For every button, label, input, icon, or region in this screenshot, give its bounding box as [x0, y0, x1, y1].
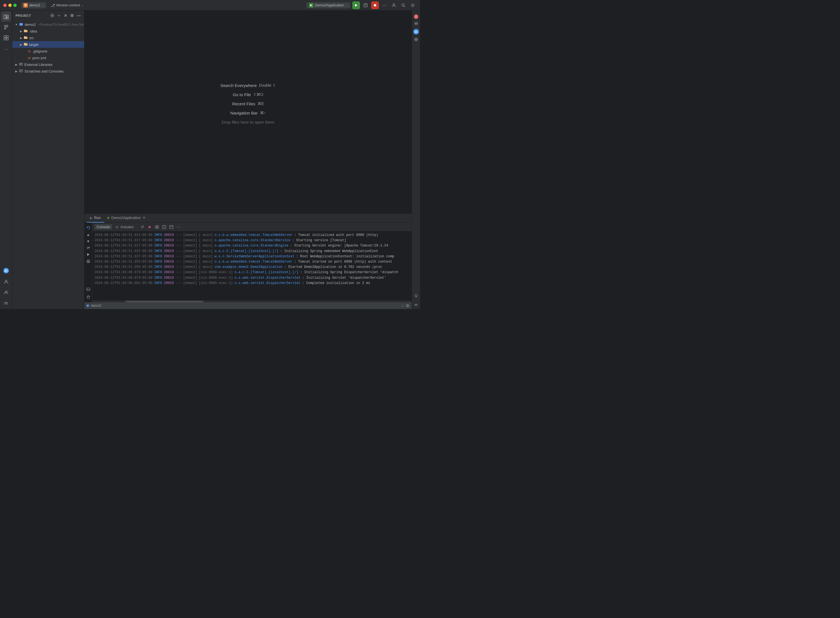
panel-tool-print[interactable] — [85, 258, 91, 264]
log-dashes: --- — [175, 275, 182, 281]
console-btn-split[interactable] — [161, 224, 167, 230]
project-name: demo2 — [29, 3, 40, 7]
activity-item-ai2[interactable] — [1, 287, 11, 297]
tree-item-target[interactable]: ▶ target — [12, 41, 84, 48]
activity-item-project[interactable] — [1, 12, 11, 22]
console-output[interactable]: 2024-06-12T01:03:51.812-05:00 INFO 29019… — [92, 232, 412, 300]
close-button[interactable] — [3, 4, 7, 7]
activity-item-vcs[interactable] — [1, 22, 11, 32]
log-class: o.a.c.C.[Tomcat].[localhost].[/] — [214, 249, 278, 254]
panel-tool-run-exec[interactable] — [85, 251, 91, 258]
tree-item-src[interactable]: ▶ src — [12, 34, 84, 41]
console-toolbar: ↺ ■ — [140, 224, 182, 230]
activity-item-structure[interactable] — [1, 33, 11, 43]
panel-tool-trash[interactable] — [85, 294, 91, 300]
svg-point-12 — [4, 28, 6, 30]
right-bar-marker[interactable]: m — [413, 301, 420, 308]
profile-button[interactable] — [390, 1, 398, 9]
sidebar-action-settings[interactable]: ⚙ — [69, 12, 75, 19]
stop-button[interactable] — [371, 1, 379, 9]
tree-item-root[interactable]: ▼ demo2 ~/Desktop/CS/JavaEE/5 Java Sprin… — [12, 21, 84, 28]
right-bar-ai-assist[interactable] — [413, 292, 420, 299]
log-pid: 29019 — [164, 254, 174, 259]
settings-button[interactable] — [409, 1, 417, 9]
svg-rect-9 — [6, 15, 8, 17]
panel-tabs: ▶ Run ▶ Demo2Application ✕ — [85, 214, 412, 223]
panel-tool-up[interactable]: ▲ — [85, 232, 91, 238]
log-message: : Initializing Spring embedded WebApplic… — [280, 249, 378, 254]
log-message: : Started Demo2Application in 0.702 seco… — [284, 264, 382, 270]
tree-item-external-libs[interactable]: ▶ External Libraries — [12, 61, 84, 68]
tree-arrow-src[interactable]: ▶ — [19, 36, 23, 40]
build-button[interactable] — [362, 1, 370, 9]
console-tab-console[interactable]: Console — [95, 224, 112, 230]
console-btn-screenshot[interactable] — [154, 224, 160, 230]
main-layout: ··· AI m Project — [0, 10, 420, 309]
project-selector[interactable]: D demo2 ⌄ — [21, 2, 46, 8]
version-control-selector[interactable]: ⎇ Version control ⌄ — [50, 3, 83, 7]
notification-badge: 1 — [414, 15, 419, 19]
sidebar-action-collapse-all[interactable]: — — [76, 12, 82, 19]
app-tab-close[interactable]: ✕ — [143, 216, 145, 220]
svg-rect-26 — [19, 70, 22, 72]
app-tab-icon: ▶ — [107, 216, 110, 220]
run-button[interactable] — [352, 1, 360, 9]
tree-item-idea[interactable]: ▶ .idea — [12, 28, 84, 34]
log-class: o.a.c.C.[Tomcat].[localhost].[/] — [234, 270, 298, 275]
right-bar-gradle[interactable] — [413, 36, 420, 43]
console-tab-actuator[interactable]: ⊙ Actuator — [113, 224, 136, 230]
svg-rect-3 — [374, 4, 376, 6]
hint-goto-shortcut: ⇧⌘O — [253, 92, 263, 97]
svg-rect-16 — [6, 36, 8, 37]
sidebar-action-close[interactable]: ✕ — [62, 12, 68, 19]
panel-tool-down[interactable]: ▼ — [85, 238, 91, 244]
run-config-selector[interactable]: Demo2Application ⌄ — [306, 2, 350, 8]
more-button[interactable]: ⋯ — [381, 1, 388, 9]
activity-item-more[interactable]: ··· — [1, 45, 11, 55]
titlebar: D demo2 ⌄ ⎇ Version control ⌄ Demo2Appli… — [0, 0, 420, 10]
tree-arrow-root[interactable]: ▼ — [15, 22, 18, 27]
log-class: com.example.demo2.Demo2Application — [214, 264, 282, 270]
maximize-button[interactable] — [13, 4, 17, 7]
activity-item-ai[interactable]: AI — [1, 266, 11, 276]
console-scrollbar-horizontal[interactable] — [92, 300, 412, 302]
log-message: : Tomcat started on port 8080 (http) wit… — [294, 259, 392, 264]
sidebar-action-expand[interactable] — [56, 12, 62, 19]
panel-tab-run[interactable]: ▶ Run — [87, 214, 104, 223]
status-settings-icon[interactable]: ⚙ — [406, 303, 410, 308]
tree-arrow-idea[interactable]: ▶ — [19, 29, 23, 33]
gitignore-label: .gitignore — [33, 49, 47, 53]
traffic-lights — [3, 4, 17, 7]
activity-item-marker[interactable]: m — [1, 298, 11, 308]
panel-tool-wrap[interactable] — [85, 245, 91, 251]
console-btn-more[interactable]: ⋯ — [175, 224, 182, 230]
panel-tool-terminal[interactable] — [85, 286, 91, 292]
sidebar-title: Project — [16, 14, 31, 17]
minimize-button[interactable] — [8, 4, 12, 7]
console-scrollbar-thumb[interactable] — [126, 301, 203, 302]
console-btn-stop[interactable]: ■ — [147, 224, 153, 230]
activity-item-collab[interactable] — [1, 277, 11, 287]
tree-item-gitignore[interactable]: ⊘ .gitignore — [12, 48, 84, 55]
svg-point-19 — [5, 291, 7, 293]
log-app: [demo2] — [183, 264, 197, 270]
panel-tool-rerun[interactable] — [85, 225, 91, 231]
tree-arrow-external-libs[interactable]: ▶ — [15, 62, 18, 67]
log-thread: [ main] — [199, 233, 213, 238]
console-btn-rerun[interactable]: ↺ — [140, 224, 145, 230]
tree-item-pomxml[interactable]: m pom.xml — [12, 55, 84, 61]
log-level: INFO — [154, 259, 162, 264]
tree-arrow-scratches[interactable]: ▶ — [15, 69, 18, 73]
tree-arrow-target[interactable]: ▶ — [19, 43, 23, 46]
search-button[interactable] — [399, 1, 407, 9]
right-bar-database[interactable] — [413, 21, 420, 27]
right-bar-maven[interactable]: m — [413, 28, 420, 35]
svg-rect-2 — [364, 4, 367, 7]
panel-tab-app[interactable]: ▶ Demo2Application ✕ — [104, 214, 149, 223]
console-btn-settings-more[interactable] — [168, 224, 174, 230]
sidebar-action-collapse[interactable] — [49, 12, 55, 19]
tree-item-scratches[interactable]: ▶ Scratches and Consoles — [12, 68, 84, 74]
log-thread: [ main] — [199, 249, 213, 254]
hint-search-shortcut: Double ⇧ — [259, 83, 276, 88]
run-config-chevron: ⌄ — [346, 4, 348, 7]
